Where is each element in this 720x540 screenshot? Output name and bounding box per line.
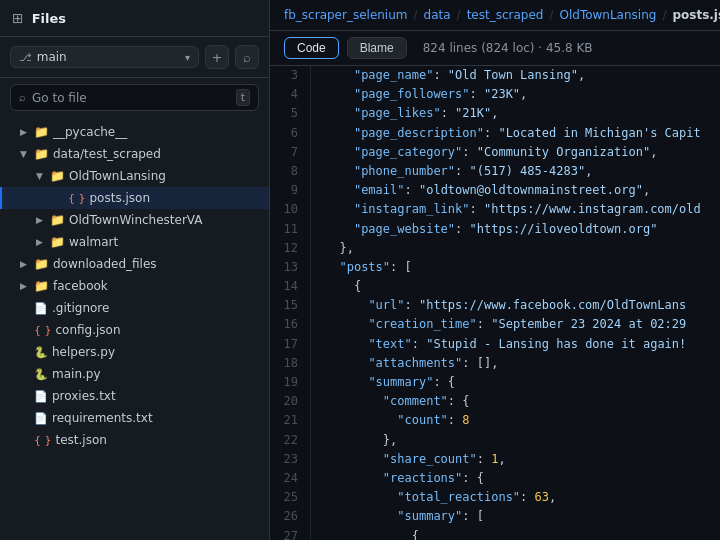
branch-icon: ⎇ — [19, 51, 32, 64]
search-icon: ⌕ — [19, 91, 26, 104]
code-view[interactable]: 3 "page_name": "Old Town Lansing",4 "pag… — [270, 66, 720, 540]
line-content: "url": "https://www.facebook.com/OldTown… — [311, 296, 720, 315]
line-content: "summary": { — [311, 373, 720, 392]
line-content: "attachments": [], — [311, 354, 720, 373]
file-icon: 🐍 — [34, 368, 48, 381]
search-bar[interactable]: ⌕ Go to file t — [10, 84, 259, 111]
add-file-button[interactable]: + — [205, 45, 229, 69]
file-icon: 📄 — [34, 412, 48, 425]
line-content: "page_category": "Community Organization… — [311, 143, 720, 162]
line-number: 9 — [270, 181, 311, 200]
tree-item-data-test-scraped[interactable]: ▼ 📁 data/test_scraped — [0, 143, 269, 165]
breadcrumb-sep: / — [457, 8, 461, 22]
line-number: 24 — [270, 469, 311, 488]
breadcrumb-sep: / — [414, 8, 418, 22]
code-table: 3 "page_name": "Old Town Lansing",4 "pag… — [270, 66, 720, 540]
branch-selector[interactable]: ⎇ main ▾ — [10, 46, 199, 68]
code-line: 16 "creation_time": "September 23 2024 a… — [270, 315, 720, 334]
tree-item-label: .gitignore — [52, 301, 109, 315]
sidebar-header: ⊞ Files — [0, 0, 269, 37]
tree-item-oldtown-winchesterva[interactable]: ▶ 📁 OldTownWinchesterVA — [0, 209, 269, 231]
line-number: 3 — [270, 66, 311, 85]
line-number: 16 — [270, 315, 311, 334]
main-panel: fb_scraper_selenium / data / test_scrape… — [270, 0, 720, 540]
files-icon: ⊞ — [12, 10, 24, 26]
code-line: 26 "summary": [ — [270, 507, 720, 526]
code-line: 6 "page_description": "Located in Michig… — [270, 124, 720, 143]
chevron-right-icon: ▶ — [36, 237, 46, 247]
folder-icon: 📁 — [50, 213, 65, 227]
code-line: 10 "instagram_link": "https://www.instag… — [270, 200, 720, 219]
line-content: "page_name": "Old Town Lansing", — [311, 66, 720, 85]
line-number: 14 — [270, 277, 311, 296]
folder-icon: 📁 — [34, 257, 49, 271]
line-number: 7 — [270, 143, 311, 162]
code-line: 23 "share_count": 1, — [270, 450, 720, 469]
line-content: "page_followers": "23K", — [311, 85, 720, 104]
line-number: 8 — [270, 162, 311, 181]
line-content: "page_likes": "21K", — [311, 104, 720, 123]
tree-item-label: posts.json — [90, 191, 151, 205]
tree-item-downloaded-files[interactable]: ▶ 📁 downloaded_files — [0, 253, 269, 275]
breadcrumb-test-scraped[interactable]: test_scraped — [467, 8, 544, 22]
tree-item-proxies-txt[interactable]: ▶ 📄 proxies.txt — [0, 385, 269, 407]
tree-item-pycache[interactable]: ▶ 📁 __pycache__ — [0, 121, 269, 143]
line-content: "summary": [ — [311, 507, 720, 526]
chevron-down-icon: ▾ — [185, 52, 190, 63]
line-number: 12 — [270, 239, 311, 258]
line-content: "page_website": "https://iloveoldtown.or… — [311, 220, 720, 239]
breadcrumb-data[interactable]: data — [424, 8, 451, 22]
tree-item-gitignore[interactable]: ▶ 📄 .gitignore — [0, 297, 269, 319]
code-line: 13 "posts": [ — [270, 258, 720, 277]
breadcrumb-oldtown[interactable]: OldTownLansing — [559, 8, 656, 22]
chevron-right-icon: ▶ — [20, 259, 30, 269]
sidebar: ⊞ Files ⎇ main ▾ + ⌕ ⌕ Go to file t ▶ 📁 … — [0, 0, 270, 540]
code-line: 4 "page_followers": "23K", — [270, 85, 720, 104]
line-number: 19 — [270, 373, 311, 392]
line-number: 18 — [270, 354, 311, 373]
tree-item-facebook[interactable]: ▶ 📁 facebook — [0, 275, 269, 297]
code-line: 27 { — [270, 527, 720, 541]
branch-bar: ⎇ main ▾ + ⌕ — [0, 37, 269, 78]
tree-item-walmart[interactable]: ▶ 📁 walmart — [0, 231, 269, 253]
tree-item-label: requirements.txt — [52, 411, 153, 425]
code-line: 12 }, — [270, 239, 720, 258]
line-content: "text": "Stupid - Lansing has done it ag… — [311, 335, 720, 354]
file-icon: 📄 — [34, 390, 48, 403]
tree-item-label: downloaded_files — [53, 257, 157, 271]
tree-item-label: facebook — [53, 279, 108, 293]
sidebar-title: Files — [32, 11, 257, 26]
code-line: 15 "url": "https://www.facebook.com/OldT… — [270, 296, 720, 315]
line-number: 27 — [270, 527, 311, 541]
line-number: 21 — [270, 411, 311, 430]
tree-item-oldtown-lansing[interactable]: ▼ 📁 OldTownLansing — [0, 165, 269, 187]
tree-item-config-json[interactable]: ▶ { } config.json — [0, 319, 269, 341]
line-content: { — [311, 527, 720, 541]
line-content: "share_count": 1, — [311, 450, 720, 469]
folder-icon: 📁 — [34, 279, 49, 293]
tree-item-main-py[interactable]: ▶ 🐍 main.py — [0, 363, 269, 385]
tree-item-helpers-py[interactable]: ▶ 🐍 helpers.py — [0, 341, 269, 363]
tree-item-label: test.json — [56, 433, 107, 447]
tab-blame[interactable]: Blame — [347, 37, 407, 59]
breadcrumb-current-file: posts.json — [672, 8, 720, 22]
code-line: 20 "comment": { — [270, 392, 720, 411]
tab-code[interactable]: Code — [284, 37, 339, 59]
folder-icon: 📁 — [34, 125, 49, 139]
line-number: 4 — [270, 85, 311, 104]
line-content: }, — [311, 239, 720, 258]
breadcrumb-repo[interactable]: fb_scraper_selenium — [284, 8, 408, 22]
tree-item-posts-json[interactable]: ▶ { } posts.json — [0, 187, 269, 209]
tree-item-test-json[interactable]: ▶ { } test.json — [0, 429, 269, 451]
line-content: "count": 8 — [311, 411, 720, 430]
folder-icon: 📁 — [50, 169, 65, 183]
search-button[interactable]: ⌕ — [235, 45, 259, 69]
tree-item-requirements-txt[interactable]: ▶ 📄 requirements.txt — [0, 407, 269, 429]
chevron-right-icon: ▶ — [20, 127, 30, 137]
code-line: 25 "total_reactions": 63, — [270, 488, 720, 507]
line-number: 22 — [270, 431, 311, 450]
folder-icon: 📁 — [50, 235, 65, 249]
code-line: 9 "email": "oldtown@oldtownmainstreet.or… — [270, 181, 720, 200]
file-tree: ▶ 📁 __pycache__ ▼ 📁 data/test_scraped ▼ … — [0, 117, 269, 540]
tree-item-label: main.py — [52, 367, 101, 381]
